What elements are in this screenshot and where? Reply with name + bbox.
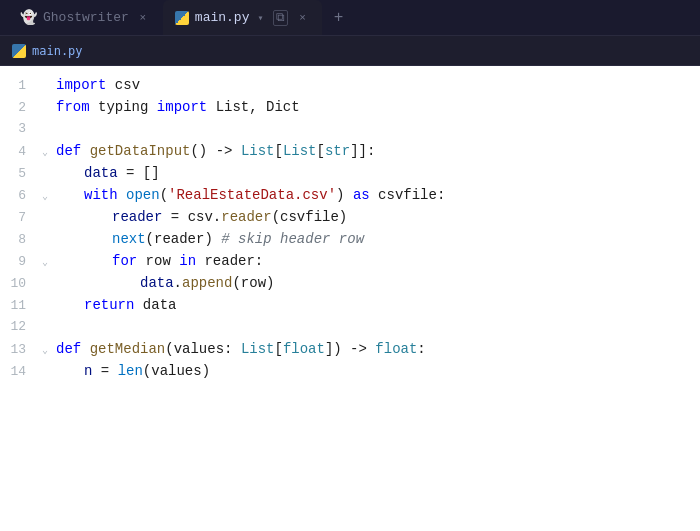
ghostwriter-tab-label: Ghostwriter [43, 10, 129, 25]
code-line-5: 5 data = [] [0, 162, 700, 184]
code-content-10: data.append(row) [56, 272, 274, 294]
code-line-13: 13⌄def getMedian(values: List[float]) ->… [0, 338, 700, 360]
code-content-4: def getDataInput() -> List[List[str]]: [56, 140, 375, 162]
fold-arrow-4[interactable]: ⌄ [42, 142, 56, 164]
code-line-4: 4⌄def getDataInput() -> List[List[str]]: [0, 140, 700, 162]
add-tab-button[interactable]: + [326, 6, 350, 30]
code-content-6: with open('RealEstateData.csv') as csvfi… [56, 184, 445, 206]
line-number-6: 6 [0, 185, 42, 207]
fold-arrow-6[interactable]: ⌄ [42, 186, 56, 208]
line-number-13: 13 [0, 339, 42, 361]
split-icon[interactable]: ⧉ [273, 10, 288, 26]
code-content-14: n = len(values) [56, 360, 210, 382]
code-content-1: import csv [56, 74, 140, 96]
code-line-6: 6⌄with open('RealEstateData.csv') as csv… [0, 184, 700, 206]
code-line-9: 9⌄for row in reader: [0, 250, 700, 272]
line-number-1: 1 [0, 75, 42, 97]
code-line-1: 1 import csv [0, 74, 700, 96]
breadcrumb-python-icon [12, 44, 26, 58]
code-line-8: 8 next(reader) # skip header row [0, 228, 700, 250]
close-main-py-tab[interactable]: × [294, 10, 310, 26]
breadcrumb-filename: main.py [32, 44, 83, 58]
line-number-7: 7 [0, 207, 42, 229]
code-content-5: data = [] [56, 162, 160, 184]
line-number-5: 5 [0, 163, 42, 185]
tab-ghostwriter[interactable]: 👻 Ghostwriter × [8, 0, 163, 35]
code-line-14: 14 n = len(values) [0, 360, 700, 382]
breadcrumb-bar: main.py [0, 36, 700, 66]
title-bar: 👻 Ghostwriter × main.py ▾ ⧉ × + [0, 0, 700, 36]
python-icon [175, 11, 189, 25]
code-content-2: from typing import List, Dict [56, 96, 300, 118]
code-line-11: 11 return data [0, 294, 700, 316]
line-number-4: 4 [0, 141, 42, 163]
editor[interactable]: 1 import csv2 from typing import List, D… [0, 66, 700, 531]
code-content-13: def getMedian(values: List[float]) -> fl… [56, 338, 426, 360]
line-number-9: 9 [0, 251, 42, 273]
code-content-7: reader = csv.reader(csvfile) [56, 206, 347, 228]
line-number-3: 3 [0, 118, 42, 140]
fold-arrow-13[interactable]: ⌄ [42, 340, 56, 362]
line-number-2: 2 [0, 97, 42, 119]
editor-content[interactable]: 1 import csv2 from typing import List, D… [0, 66, 700, 531]
code-line-7: 7 reader = csv.reader(csvfile) [0, 206, 700, 228]
code-content-8: next(reader) # skip header row [56, 228, 364, 250]
code-line-3: 3 [0, 118, 700, 140]
line-number-12: 12 [0, 316, 42, 338]
line-number-14: 14 [0, 361, 42, 383]
code-line-12: 12 [0, 316, 700, 338]
close-ghostwriter-tab[interactable]: × [135, 10, 151, 26]
main-py-tab-label: main.py [195, 10, 250, 25]
tab-main-py[interactable]: main.py ▾ ⧉ × [163, 0, 323, 35]
line-number-8: 8 [0, 229, 42, 251]
code-content-11: return data [56, 294, 176, 316]
code-line-2: 2 from typing import List, Dict [0, 96, 700, 118]
line-number-10: 10 [0, 273, 42, 295]
code-line-10: 10 data.append(row) [0, 272, 700, 294]
line-number-11: 11 [0, 295, 42, 317]
chevron-down-icon[interactable]: ▾ [257, 12, 263, 24]
ghost-icon: 👻 [20, 9, 37, 26]
fold-arrow-9[interactable]: ⌄ [42, 252, 56, 274]
code-content-9: for row in reader: [56, 250, 263, 272]
